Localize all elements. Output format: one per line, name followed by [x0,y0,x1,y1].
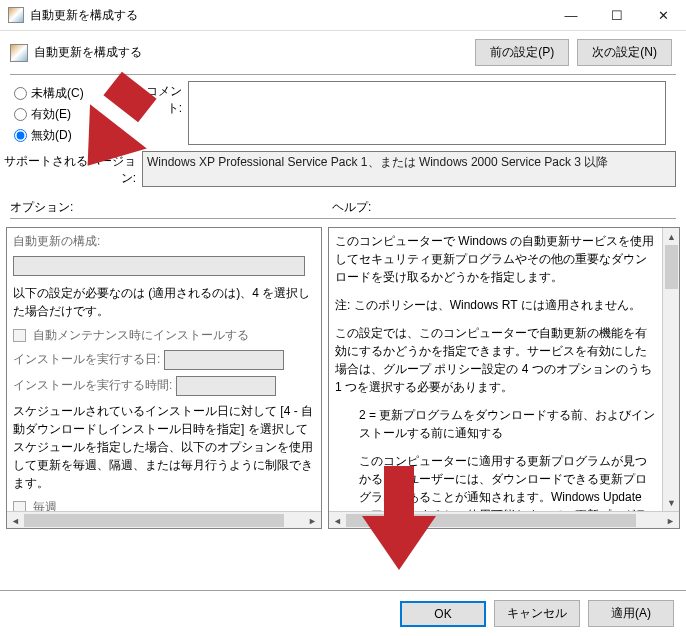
help-p2: 注: このポリシーは、Windows RT には適用されません。 [335,296,657,314]
schedule-note: スケジュールされているインストール日に対して [4 - 自動ダウンロードしインス… [13,402,315,492]
install-day-dropdown[interactable] [164,350,284,370]
close-button[interactable]: ✕ [640,0,686,31]
annotation-arrow-2 [384,466,414,520]
minimize-button[interactable]: — [548,0,594,31]
header-row: 自動更新を構成する 前の設定(P) 次の設定(N) [0,31,686,66]
window-title: 自動更新を構成する [30,7,548,24]
radio-not-configured[interactable] [14,87,27,100]
install-day-label: インストールを実行する日: [13,352,160,366]
options-pane: 自動更新の構成: 以下の設定が必要なのは (適用されるのは)、4 を選択した場合… [6,227,322,529]
page-title: 自動更新を構成する [34,44,475,61]
maximize-button[interactable]: ☐ [594,0,640,31]
policy-icon [10,44,28,62]
footer: OK キャンセル 適用(A) [0,590,686,636]
window-controls: — ☐ ✕ [548,0,686,31]
next-setting-button[interactable]: 次の設定(N) [577,39,672,66]
scroll-right-icon[interactable]: ► [304,512,321,529]
divider [10,218,676,219]
help-p3: この設定では、このコンピューターで自動更新の機能を有効にするかどうかを指定できま… [335,324,657,396]
scroll-left-icon[interactable]: ◄ [7,512,24,529]
radio-enabled-label: 有効(E) [31,106,71,123]
config-dropdown[interactable] [13,256,305,276]
checkbox-weekly[interactable] [13,501,26,511]
help-pane: このコンピューターで Windows の自動更新サービスを使用してセキュリティ更… [328,227,680,529]
title-bar: 自動更新を構成する — ☐ ✕ [0,0,686,31]
divider [10,74,676,75]
prev-setting-button[interactable]: 前の設定(P) [475,39,569,66]
options-section-label: オプション: [10,199,332,216]
options-h-scrollbar[interactable]: ◄ ► [7,511,321,528]
checkbox-weekly-label: 毎週 [33,500,57,511]
comment-textbox[interactable] [188,81,666,145]
apply-button[interactable]: 適用(A) [588,600,674,627]
app-icon [8,7,24,23]
help-p4: 2 = 更新プログラムをダウンロードする前、およびインストールする前に通知する [335,406,657,442]
supported-text: Windows XP Professional Service Pack 1、ま… [142,151,676,187]
scroll-thumb[interactable] [24,514,284,527]
scroll-up-icon[interactable]: ▲ [663,228,680,245]
help-v-scrollbar[interactable]: ▲ ▼ [662,228,679,511]
scroll-down-icon[interactable]: ▼ [663,494,680,511]
cancel-button[interactable]: キャンセル [494,600,580,627]
scroll-right-icon[interactable]: ► [662,512,679,529]
radio-disabled[interactable] [14,129,27,142]
install-time-label: インストールを実行する時間: [13,378,172,392]
auto-maintenance-row: 自動メンテナンス時にインストールする [13,326,315,344]
ok-button[interactable]: OK [400,601,486,627]
install-time-dropdown[interactable] [176,376,276,396]
help-p1: このコンピューターで Windows の自動更新サービスを使用してセキュリティ更… [335,232,657,286]
annotation-arrow-2-head [362,516,436,570]
checkbox-auto-maintenance[interactable] [13,329,26,342]
checkbox-auto-maintenance-label: 自動メンテナンス時にインストールする [33,328,249,342]
radio-enabled[interactable] [14,108,27,121]
config-label: 自動更新の構成: [13,232,315,250]
scroll-left-icon[interactable]: ◄ [329,512,346,529]
options-note: 以下の設定が必要なのは (適用されるのは)、4 を選択した場合だけです。 [13,284,315,320]
help-section-label: ヘルプ: [332,199,676,216]
radio-not-configured-label: 未構成(C) [31,85,84,102]
scroll-thumb[interactable] [665,245,678,289]
